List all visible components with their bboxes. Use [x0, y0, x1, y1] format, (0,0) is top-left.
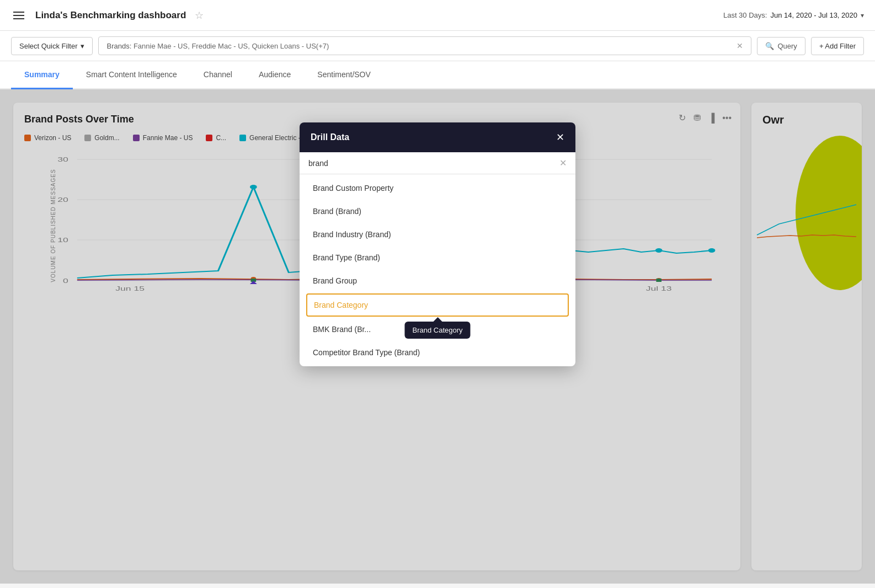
add-filter-button[interactable]: + Add Filter — [811, 37, 864, 55]
date-label: Last 30 Days: — [723, 11, 767, 19]
brands-filter-close-icon[interactable]: ✕ — [737, 41, 743, 50]
tab-smart-content[interactable]: Smart Content Intelligence — [73, 61, 190, 89]
drill-option-competitor-brand[interactable]: Competitor Brand Type (Brand) — [300, 341, 575, 364]
drill-search-clear-button[interactable]: ✕ — [559, 158, 567, 168]
search-icon: 🔍 — [765, 42, 774, 50]
filter-bar: Select Quick Filter ▾ Brands: Fannie Mae… — [0, 31, 875, 61]
nav-date-range: Last 30 Days: Jun 14, 2020 - Jul 13, 202… — [723, 11, 864, 19]
drill-option-brand-industry[interactable]: Brand Industry (Brand) — [300, 223, 575, 246]
tab-channel[interactable]: Channel — [190, 61, 246, 89]
top-nav: Linda's Benchmarking dashboard ☆ Last 30… — [0, 0, 875, 31]
quick-filter-label: Select Quick Filter — [19, 42, 77, 50]
tab-sentiment[interactable]: Sentiment/SOV — [304, 61, 384, 89]
drill-modal-header: Drill Data ✕ — [300, 122, 575, 152]
drill-option-brand-type[interactable]: Brand Type (Brand) — [300, 246, 575, 269]
dashboard-title: Linda's Benchmarking dashboard — [35, 10, 186, 21]
quick-filter-chevron-icon: ▾ — [81, 42, 84, 50]
drill-options-list: Brand Custom Property Brand (Brand) Bran… — [300, 174, 575, 366]
query-label: Query — [777, 42, 797, 50]
drill-search-input[interactable] — [308, 159, 555, 168]
drill-search-row: ✕ — [300, 152, 575, 174]
tab-summary[interactable]: Summary — [11, 61, 73, 89]
brands-prefix: Brands: — [106, 42, 131, 50]
drill-option-brand-group[interactable]: Brand Group — [300, 269, 575, 292]
add-filter-label: + Add Filter — [819, 42, 856, 50]
tab-audience[interactable]: Audience — [246, 61, 304, 89]
quick-filter-button[interactable]: Select Quick Filter ▾ — [11, 37, 93, 55]
drill-option-brand-category[interactable]: Brand Category — [306, 293, 569, 317]
nav-left: Linda's Benchmarking dashboard ☆ — [11, 9, 204, 22]
tabs-bar: Summary Smart Content Intelligence Chann… — [0, 61, 875, 89]
brands-values: Fannie Mae - US, Freddie Mac - US, Quick… — [134, 42, 329, 50]
drill-option-brand-category-wrapper: Brand Category Brand Category — [300, 293, 575, 317]
drill-option-tooltip: Brand Category — [404, 322, 470, 339]
drill-option-brand-custom[interactable]: Brand Custom Property — [300, 177, 575, 200]
drill-option-brand-brand[interactable]: Brand (Brand) — [300, 200, 575, 223]
brands-filter-chip[interactable]: Brands: Fannie Mae - US, Freddie Mac - U… — [98, 36, 751, 55]
main-content: Brand Posts Over Time ↻ ⛃ ▐ ••• Verizon … — [0, 89, 875, 584]
drill-modal-title: Drill Data — [311, 132, 349, 142]
query-button[interactable]: 🔍 Query — [757, 37, 805, 55]
favorite-star-icon[interactable]: ☆ — [195, 9, 204, 22]
drill-data-modal: Drill Data ✕ ✕ Brand Custom Property Bra… — [300, 122, 575, 366]
date-chevron-icon[interactable]: ▾ — [861, 12, 864, 19]
hamburger-menu[interactable] — [11, 9, 26, 22]
modal-overlay[interactable]: Drill Data ✕ ✕ Brand Custom Property Bra… — [0, 89, 875, 584]
drill-modal-close-button[interactable]: ✕ — [556, 131, 564, 143]
date-range-value: Jun 14, 2020 - Jul 13, 2020 — [770, 11, 857, 19]
